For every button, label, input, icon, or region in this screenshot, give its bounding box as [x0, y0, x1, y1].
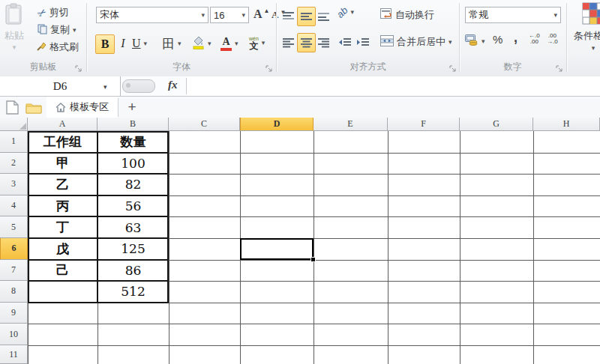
underline-button[interactable]: U ▾	[132, 34, 147, 52]
cell-B3[interactable]: 82	[98, 174, 169, 195]
comma-style-button[interactable]: ,	[514, 30, 518, 46]
row-header-9[interactable]: 9	[0, 303, 28, 324]
row-header-6[interactable]: 6	[0, 238, 28, 260]
name-box-dropdown-icon[interactable]: ▾	[104, 83, 107, 91]
column-header-E[interactable]: E	[314, 118, 388, 131]
currency-coins-icon	[465, 34, 478, 49]
row-header-7[interactable]: 7	[0, 260, 28, 282]
column-header-F[interactable]: F	[388, 118, 460, 131]
column-header-G[interactable]: G	[460, 118, 533, 131]
name-box[interactable]: D6	[0, 76, 121, 96]
align-top-icon	[283, 11, 295, 22]
cell-B8[interactable]: 512	[98, 281, 169, 303]
selected-cell-D6[interactable]	[240, 238, 314, 260]
row-header-11[interactable]: 11	[0, 345, 28, 364]
borders-icon: 田	[162, 35, 175, 52]
grow-font-button[interactable]: A▲	[254, 7, 269, 21]
row-header-2[interactable]: 2	[0, 153, 28, 175]
align-bottom-button[interactable]	[316, 8, 332, 24]
new-document-button[interactable]	[6, 100, 19, 118]
phonetic-guide-button[interactable]: wén 文 ▾	[249, 33, 265, 52]
align-left-button[interactable]	[280, 34, 296, 50]
cell-B4[interactable]: 56	[98, 195, 169, 217]
insert-function-button[interactable]: fx	[168, 79, 178, 91]
percent-style-button[interactable]: %	[493, 33, 502, 46]
align-top-button[interactable]	[280, 8, 296, 24]
select-all-corner[interactable]	[0, 118, 28, 131]
number-format-combo[interactable]: 常规 ▾	[465, 7, 561, 23]
paste-button[interactable]: 粘贴 ▾	[4, 3, 24, 51]
gridline	[28, 324, 600, 324]
data-range-border	[28, 280, 169, 282]
merge-center-button[interactable]: 合并后居中 ▾	[380, 35, 452, 49]
decrease-decimal-button[interactable]: .00 →.0	[547, 33, 558, 45]
font-size-combo[interactable]: 16 ▾	[210, 7, 249, 23]
cell-A4[interactable]: 丙	[28, 195, 98, 217]
copy-dropdown-icon: ▾	[73, 27, 76, 34]
column-header-A[interactable]: A	[28, 118, 98, 131]
decrease-indent-button[interactable]	[337, 34, 353, 50]
open-folder-button[interactable]	[26, 102, 42, 117]
fill-color-bucket-icon	[192, 35, 205, 52]
row-header-5[interactable]: 5	[0, 216, 28, 238]
bold-button[interactable]: B	[95, 34, 115, 54]
cell-A7[interactable]: 己	[28, 260, 98, 282]
font-color-button[interactable]: A ▾	[220, 34, 238, 52]
sheet-tab[interactable]: 模板专区	[46, 97, 118, 118]
cut-label: 剪切	[50, 6, 69, 19]
formula-bar-handle[interactable]	[122, 79, 155, 93]
clipboard-group-label: 剪贴板	[0, 61, 86, 73]
row-header-8[interactable]: 8	[0, 281, 28, 303]
cell-B2[interactable]: 100	[98, 153, 169, 175]
font-name-combo[interactable]: 宋体 ▾	[96, 7, 208, 23]
cell-A3[interactable]: 乙	[28, 174, 98, 195]
font-dialog-launcher-icon[interactable]	[266, 65, 273, 73]
number-dialog-launcher-icon[interactable]	[556, 65, 563, 73]
row-header-1[interactable]: 1	[0, 131, 28, 153]
increase-indent-button[interactable]	[355, 34, 371, 50]
conditional-formatting-dropdown-icon: ▾	[592, 45, 596, 52]
column-header-C[interactable]: C	[169, 118, 240, 131]
gridline	[314, 131, 314, 364]
cell-A1[interactable]: 工作组	[28, 131, 98, 153]
column-header-D[interactable]: D	[240, 118, 314, 131]
fill-color-button[interactable]: ▾	[192, 34, 212, 52]
format-painter-button[interactable]: 格式刷	[36, 40, 79, 54]
cell-B5[interactable]: 63	[98, 216, 169, 238]
align-right-button[interactable]	[316, 34, 332, 50]
folder-icon	[26, 102, 42, 114]
data-range-border	[28, 195, 169, 196]
data-range-border	[28, 152, 169, 154]
font-color-icon: A	[220, 37, 232, 51]
data-range-border	[28, 131, 169, 133]
accounting-dropdown-icon: ▾	[482, 38, 485, 45]
cell-A6[interactable]: 戊	[28, 238, 98, 260]
cell-A2[interactable]: 甲	[28, 153, 98, 175]
align-center-button[interactable]	[297, 33, 316, 52]
conditional-formatting-button[interactable]: 条件格式 ▾	[574, 2, 600, 52]
orientation-button[interactable]: ab ▾	[337, 7, 354, 18]
italic-button[interactable]: I	[116, 34, 130, 52]
column-header-H[interactable]: H	[533, 118, 600, 131]
increase-decimal-button[interactable]: ←.0 .00	[529, 33, 540, 45]
column-header-B[interactable]: B	[98, 118, 169, 131]
cell-A5[interactable]: 丁	[28, 216, 98, 238]
row-header-4[interactable]: 4	[0, 195, 28, 217]
accounting-format-button[interactable]: ▾	[465, 34, 485, 49]
new-sheet-button[interactable]: +	[122, 97, 142, 117]
cell-B1[interactable]: 数量	[98, 131, 169, 153]
cut-button[interactable]: ✂ 剪切	[38, 6, 69, 19]
align-middle-button[interactable]	[297, 7, 316, 26]
fill-handle[interactable]	[310, 257, 316, 262]
borders-button[interactable]: 田 ▾	[162, 34, 182, 52]
clipboard-dialog-launcher-icon[interactable]	[75, 65, 82, 73]
formula-input[interactable]	[187, 76, 600, 96]
copy-button[interactable]: 复制 ▾	[38, 23, 76, 37]
cell-B7[interactable]: 86	[98, 260, 169, 282]
wrap-text-button[interactable]: 自动换行	[380, 8, 434, 22]
row-header-3[interactable]: 3	[0, 174, 28, 195]
font-group-label: 字体	[87, 61, 276, 73]
alignment-dialog-launcher-icon[interactable]	[449, 65, 457, 73]
row-header-10[interactable]: 10	[0, 324, 28, 345]
cell-B6[interactable]: 125	[98, 238, 169, 260]
